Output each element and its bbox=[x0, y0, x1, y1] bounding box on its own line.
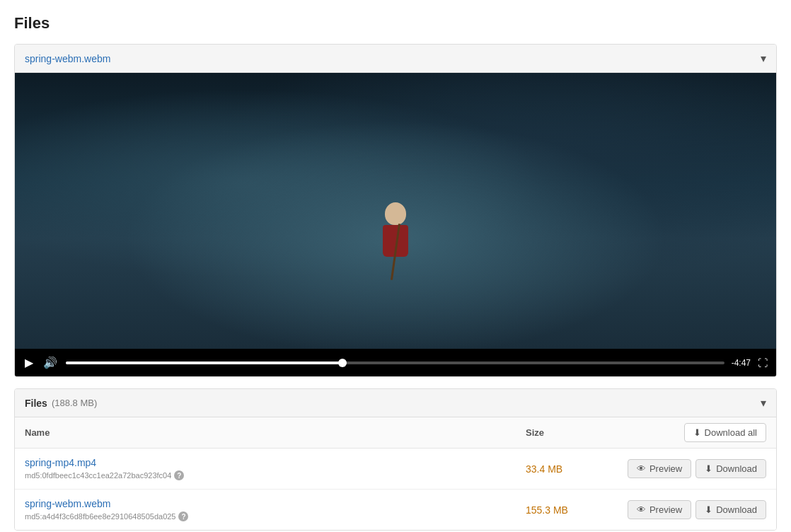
time-remaining: -4:47 bbox=[732, 358, 751, 368]
volume-button[interactable]: 🔊 bbox=[42, 354, 59, 371]
files-chevron-icon: ▾ bbox=[761, 396, 766, 410]
files-section: Files (188.8 MB) ▾ Name Size ⬇ Download … bbox=[14, 388, 777, 531]
table-row: spring-mp4.mp4 md5:0fdfbeec1c43cc1ea22a7… bbox=[15, 449, 776, 490]
play-button[interactable]: ▶ bbox=[23, 354, 35, 371]
file-actions-0: 👁 Preview ⬇ Download bbox=[611, 459, 766, 478]
download-all-icon: ⬇ bbox=[693, 427, 701, 438]
file-size-1: 155.3 MB bbox=[526, 504, 611, 516]
md5-text-1: md5:a4d4f3c6d8fb6ee8e2910648505da025 bbox=[25, 512, 175, 521]
character-head bbox=[385, 202, 406, 225]
progress-bar[interactable] bbox=[66, 362, 724, 364]
download-button-0[interactable]: ⬇ Download bbox=[695, 459, 766, 478]
video-file-name-link[interactable]: spring-webm.webm bbox=[25, 53, 110, 64]
table-header-row: Name Size ⬇ Download all bbox=[15, 417, 776, 449]
preview-label-1: Preview bbox=[649, 504, 682, 515]
preview-label-0: Preview bbox=[649, 463, 682, 474]
progress-fill bbox=[66, 362, 342, 364]
page-title: Files bbox=[14, 14, 777, 33]
file-info-0: spring-mp4.mp4 md5:0fdfbeec1c43cc1ea22a7… bbox=[25, 457, 526, 480]
download-all-button[interactable]: ⬇ Download all bbox=[684, 423, 766, 442]
files-total-size: (188.8 MB) bbox=[52, 398, 97, 408]
preview-button-1[interactable]: 👁 Preview bbox=[628, 500, 691, 519]
dl-icon-0: ⬇ bbox=[705, 463, 712, 474]
file-md5-0: md5:0fdfbeec1c43cc1ea22a72bac923fc04 ? bbox=[25, 470, 526, 480]
video-controls-bar: ▶ 🔊 -4:47 ⛶ bbox=[15, 349, 776, 376]
video-container: ▶ 🔊 -4:47 ⛶ bbox=[15, 73, 776, 376]
progress-indicator bbox=[338, 359, 347, 367]
file-size-0: 33.4 MB bbox=[526, 463, 611, 475]
video-preview bbox=[15, 73, 776, 349]
md5-info-icon-1[interactable]: ? bbox=[178, 511, 188, 521]
dl-icon-1: ⬇ bbox=[705, 504, 712, 515]
eye-icon-1: 👁 bbox=[637, 504, 646, 515]
files-section-title: Files bbox=[25, 398, 47, 409]
file-name-link-0[interactable]: spring-mp4.mp4 bbox=[25, 457, 96, 468]
col-size-header: Size bbox=[526, 427, 611, 438]
preview-button-0[interactable]: 👁 Preview bbox=[628, 459, 691, 478]
download-all-label: Download all bbox=[705, 427, 757, 438]
col-name-header: Name bbox=[25, 427, 526, 438]
file-name-link-1[interactable]: spring-webm.webm bbox=[25, 498, 110, 509]
md5-text-0: md5:0fdfbeec1c43cc1ea22a72bac923fc04 bbox=[25, 471, 171, 480]
character-body bbox=[383, 225, 408, 257]
video-chevron-icon: ▾ bbox=[761, 52, 766, 65]
col-actions-header: ⬇ Download all bbox=[611, 423, 766, 442]
md5-info-icon-0[interactable]: ? bbox=[174, 470, 184, 480]
file-actions-1: 👁 Preview ⬇ Download bbox=[611, 500, 766, 519]
files-header-left: Files (188.8 MB) bbox=[25, 398, 97, 409]
file-md5-1: md5:a4d4f3c6d8fb6ee8e2910648505da025 ? bbox=[25, 511, 526, 521]
files-section-header[interactable]: Files (188.8 MB) ▾ bbox=[15, 389, 776, 417]
video-section: spring-webm.webm ▾ ▶ 🔊 -4:47 ⛶ bbox=[14, 44, 777, 377]
table-row: spring-webm.webm md5:a4d4f3c6d8fb6ee8e29… bbox=[15, 490, 776, 530]
eye-icon-0: 👁 bbox=[637, 463, 646, 474]
fullscreen-button[interactable]: ⛶ bbox=[758, 357, 768, 369]
character-figure bbox=[374, 202, 417, 266]
video-section-header[interactable]: spring-webm.webm ▾ bbox=[15, 45, 776, 73]
download-label-0: Download bbox=[716, 463, 757, 474]
download-label-1: Download bbox=[716, 504, 757, 515]
file-info-1: spring-webm.webm md5:a4d4f3c6d8fb6ee8e29… bbox=[25, 498, 526, 521]
download-button-1[interactable]: ⬇ Download bbox=[695, 500, 766, 519]
